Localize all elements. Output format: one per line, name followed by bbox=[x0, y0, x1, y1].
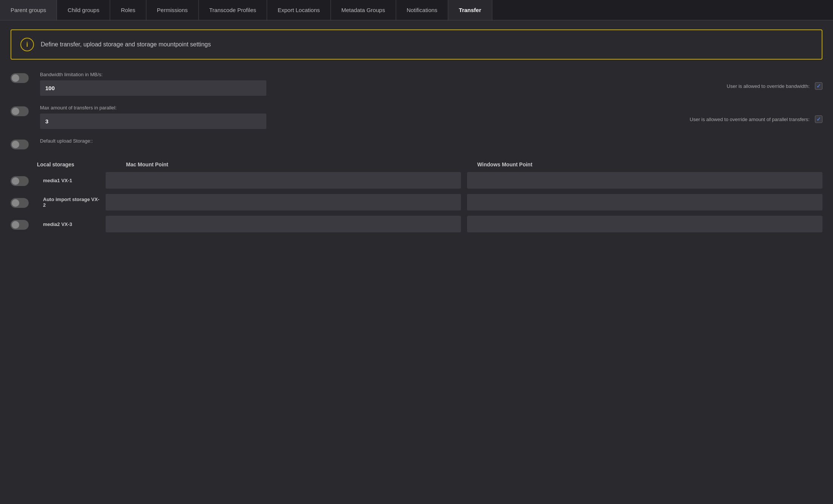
bandwidth-override-label: User is allowed to override bandwidth: bbox=[727, 83, 810, 89]
bandwidth-override-checkbox[interactable] bbox=[815, 82, 822, 90]
tab-child-groups[interactable]: Child groups bbox=[57, 0, 110, 20]
parallel-override-col: User is allowed to override amount of pa… bbox=[273, 105, 822, 123]
tab-transcode-profiles[interactable]: Transcode Profiles bbox=[199, 0, 267, 20]
storage-name-2: media2 VX-3 bbox=[43, 221, 100, 227]
tab-notifications[interactable]: Notifications bbox=[396, 0, 449, 20]
bandwidth-label: Bandwidth limitation in MB/s: bbox=[40, 72, 266, 77]
tab-export-locations[interactable]: Export Locations bbox=[267, 0, 331, 20]
storage-row-1: Auto import storage VX-2 bbox=[11, 194, 822, 211]
storage-toggle-btn-1[interactable] bbox=[11, 198, 29, 208]
tab-transfer[interactable]: Transfer bbox=[448, 0, 492, 20]
storage-windows-2[interactable] bbox=[467, 216, 822, 232]
storage-toggle-1 bbox=[11, 197, 33, 208]
storage-toggle-0 bbox=[11, 175, 33, 186]
storage-mac-0[interactable] bbox=[106, 172, 461, 189]
tab-metadata-groups[interactable]: Metadata Groups bbox=[331, 0, 396, 20]
parallel-input[interactable] bbox=[40, 114, 266, 129]
upload-field-col: Default upload Storage:: bbox=[40, 138, 266, 147]
storage-windows-1[interactable] bbox=[467, 194, 822, 211]
storage-name-0: media1 VX-1 bbox=[43, 178, 100, 183]
parallel-field-col: Max amount of transfers in parallel: bbox=[40, 105, 266, 129]
col-windows-mount: Windows Mount Point bbox=[477, 161, 822, 167]
storage-mac-2[interactable] bbox=[106, 216, 461, 232]
storage-toggle-btn-0[interactable] bbox=[11, 176, 29, 186]
info-text: Define transfer, upload storage and stor… bbox=[41, 41, 211, 48]
form-section: Bandwidth limitation in MB/s: User is al… bbox=[11, 72, 822, 149]
parallel-override-checkbox[interactable] bbox=[815, 115, 822, 123]
storage-section: Local storages Mac Mount Point Windows M… bbox=[11, 161, 822, 232]
parallel-toggle[interactable] bbox=[11, 106, 29, 116]
tab-permissions[interactable]: Permissions bbox=[146, 0, 199, 20]
tab-parent-groups[interactable]: Parent groups bbox=[0, 0, 57, 20]
upload-storage-row: Default upload Storage:: bbox=[11, 138, 822, 149]
upload-toggle[interactable] bbox=[11, 140, 29, 149]
col-local-storages: Local storages bbox=[37, 161, 120, 167]
storage-toggle-2 bbox=[11, 218, 33, 230]
bandwidth-field-col: Bandwidth limitation in MB/s: bbox=[40, 72, 266, 96]
bandwidth-override-col: User is allowed to override bandwidth: bbox=[273, 72, 822, 90]
col-mac-mount: Mac Mount Point bbox=[126, 161, 471, 167]
upload-storage-label: Default upload Storage:: bbox=[40, 138, 266, 144]
parallel-toggle-col bbox=[11, 105, 33, 116]
parallel-label: Max amount of transfers in parallel: bbox=[40, 105, 266, 111]
bandwidth-row: Bandwidth limitation in MB/s: User is al… bbox=[11, 72, 822, 96]
parallel-override-label: User is allowed to override amount of pa… bbox=[690, 117, 810, 122]
main-content: i Define transfer, upload storage and st… bbox=[0, 20, 833, 247]
tab-roles[interactable]: Roles bbox=[110, 0, 146, 20]
tab-bar: Parent groups Child groups Roles Permiss… bbox=[0, 0, 833, 20]
storage-mac-1[interactable] bbox=[106, 194, 461, 211]
info-icon: i bbox=[20, 38, 34, 51]
storage-row-2: media2 VX-3 bbox=[11, 216, 822, 232]
storage-toggle-btn-2[interactable] bbox=[11, 220, 29, 230]
bandwidth-toggle[interactable] bbox=[11, 73, 29, 83]
storage-name-1: Auto import storage VX-2 bbox=[43, 197, 100, 208]
storage-row-0: media1 VX-1 bbox=[11, 172, 822, 189]
bandwidth-toggle-col bbox=[11, 72, 33, 83]
storage-windows-0[interactable] bbox=[467, 172, 822, 189]
storage-header: Local storages Mac Mount Point Windows M… bbox=[11, 161, 822, 167]
upload-toggle-col bbox=[11, 138, 33, 149]
bandwidth-input[interactable] bbox=[40, 80, 266, 96]
info-box: i Define transfer, upload storage and st… bbox=[11, 29, 822, 60]
parallel-row: Max amount of transfers in parallel: Use… bbox=[11, 105, 822, 129]
